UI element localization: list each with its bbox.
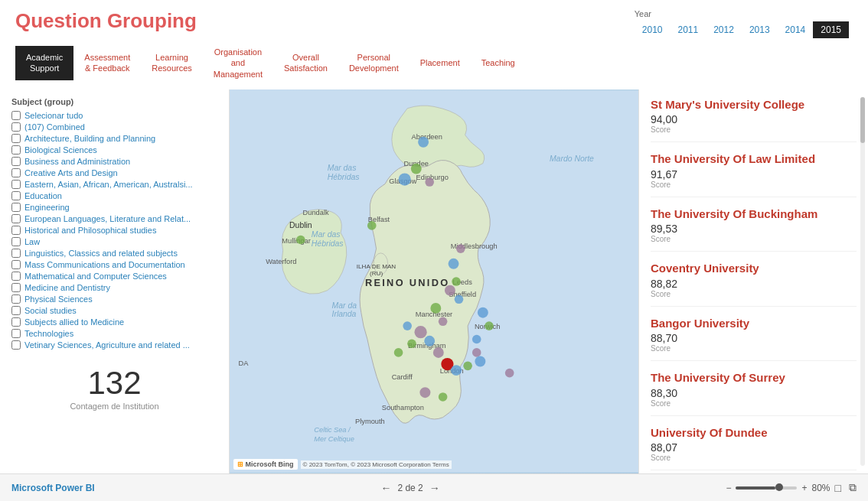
tab-academic-support[interactable]: Academic Support: [15, 46, 73, 80]
university-name-0[interactable]: St Mary's University College: [651, 97, 857, 112]
sidebar-checkbox-item-14[interactable]: Mathematical and Computer Sciences: [11, 272, 217, 281]
university-name-5[interactable]: The University Of Surrey: [651, 370, 857, 386]
checkbox-18[interactable]: [11, 317, 21, 327]
university-name-4[interactable]: Bangor University: [651, 316, 857, 331]
sidebar-checkbox-item-4[interactable]: Business and Administration: [11, 157, 217, 166]
checkbox-12[interactable]: [11, 249, 21, 258]
checkbox-2[interactable]: [11, 134, 21, 143]
tab-learning-resources[interactable]: Learning Resources: [141, 46, 203, 80]
zoom-minus-icon[interactable]: −: [726, 483, 731, 493]
zoom-handle[interactable]: [775, 483, 783, 491]
checkbox-label-16: Physical Sciences: [24, 294, 93, 304]
svg-text:Southampton: Southampton: [382, 404, 424, 412]
sidebar-checkbox-item-18[interactable]: Subjects allied to Medicine: [11, 317, 217, 327]
checkbox-5[interactable]: [11, 168, 21, 177]
university-name-2[interactable]: The University Of Buckingham: [651, 207, 857, 222]
svg-point-45: [439, 317, 448, 326]
checkbox-8[interactable]: [11, 203, 21, 212]
fullscreen-icon[interactable]: ⧉: [849, 481, 857, 494]
sidebar-checkbox-item-13[interactable]: Mass Communications and Documentation: [11, 260, 217, 269]
fit-screen-icon[interactable]: □: [835, 482, 841, 494]
scrollbar-track[interactable]: [860, 97, 865, 466]
year-btn-2014[interactable]: 2014: [778, 21, 814, 38]
sidebar-checkbox-item-17[interactable]: Social studies: [11, 306, 217, 315]
university-item-4: Bangor University88,70Score: [651, 316, 857, 362]
svg-text:Mar das: Mar das: [328, 164, 357, 172]
sidebar-checkbox-item-9[interactable]: European Languages, Literature and Relat…: [11, 214, 217, 223]
year-btn-2012[interactable]: 2012: [706, 21, 742, 38]
university-score-2: 89,53: [651, 223, 857, 235]
checkbox-3[interactable]: [11, 145, 21, 155]
checkbox-6[interactable]: [11, 180, 21, 189]
year-btn-2013[interactable]: 2013: [742, 21, 778, 38]
tab-personal-development[interactable]: Personal Development: [338, 46, 410, 80]
year-buttons: 2010 2011 2012 2013 2014 2015: [635, 21, 849, 38]
checkbox-label-10: Historical and Philosophical studies: [24, 226, 156, 235]
checkbox-0[interactable]: [11, 111, 21, 120]
sidebar-checkbox-item-1[interactable]: (107) Combined: [11, 122, 217, 132]
sidebar-checkbox-item-8[interactable]: Engineering: [11, 203, 217, 212]
university-name-3[interactable]: Coventry University: [651, 261, 857, 276]
checkbox-7[interactable]: [11, 191, 21, 200]
university-name-1[interactable]: The University Of Law Limited: [651, 151, 857, 167]
powerbi-link[interactable]: Microsoft Power BI: [11, 483, 95, 493]
scrollbar-thumb[interactable]: [860, 97, 865, 143]
sidebar-checkbox-item-7[interactable]: Education: [11, 191, 217, 200]
sidebar-checkbox-item-15[interactable]: Medicine and Dentistry: [11, 283, 217, 292]
sidebar-checkbox-item-16[interactable]: Physical Sciences: [11, 294, 217, 304]
svg-point-54: [463, 361, 472, 370]
checkbox-label-19: Technologies: [24, 329, 73, 338]
zoom-plus-icon[interactable]: +: [801, 483, 807, 493]
checkbox-10[interactable]: [11, 226, 21, 235]
university-name-6[interactable]: University Of Dundee: [651, 425, 857, 441]
year-btn-2011[interactable]: 2011: [670, 21, 706, 38]
institution-count: 132: [11, 365, 217, 402]
sidebar-checkbox-item-19[interactable]: Technologies: [11, 329, 217, 338]
map-area[interactable]: REINO UNIDO Dublin Dundalk Mullingar Wat…: [230, 89, 638, 473]
sidebar-checkbox-item-0[interactable]: Selecionar tudo: [11, 111, 217, 120]
header: Question Grouping Academic Support Asses…: [0, 0, 868, 89]
svg-point-59: [296, 236, 305, 245]
checkbox-label-9: European Languages, Literature and Relat…: [24, 214, 191, 223]
prev-page-button[interactable]: ←: [380, 482, 391, 494]
tab-assessment-feedback[interactable]: Assessment & Feedback: [73, 46, 141, 80]
checkbox-13[interactable]: [11, 260, 21, 269]
zoom-bar[interactable]: [736, 486, 797, 490]
sidebar-checkbox-item-3[interactable]: Biological Sciences: [11, 145, 217, 155]
checkbox-20[interactable]: [11, 340, 21, 350]
checkbox-19[interactable]: [11, 329, 21, 338]
sidebar-checkbox-item-20[interactable]: Vetinary Sciences, Agriculture and relat…: [11, 340, 217, 350]
checkbox-label-7: Education: [24, 191, 62, 200]
sidebar-checkbox-item-5[interactable]: Creative Arts and Design: [11, 168, 217, 177]
sidebar-checkbox-item-10[interactable]: Historical and Philosophical studies: [11, 226, 217, 235]
tab-overall-satisfaction[interactable]: Overall Satisfaction: [273, 46, 338, 80]
next-page-button[interactable]: →: [429, 482, 440, 494]
university-score-5: 88,30: [651, 387, 857, 399]
tab-organisation-management[interactable]: Organisation and Management: [203, 41, 273, 86]
sidebar-checkbox-item-11[interactable]: Law: [11, 237, 217, 246]
page-title: Question Grouping: [15, 9, 635, 33]
svg-point-61: [472, 335, 481, 344]
tab-teaching[interactable]: Teaching: [471, 51, 526, 74]
checkbox-11[interactable]: [11, 237, 21, 246]
pagination: ← 2 de 2 →: [380, 482, 439, 494]
checkbox-label-13: Mass Communications and Documentation: [24, 260, 185, 269]
tab-placement[interactable]: Placement: [410, 51, 471, 74]
sidebar-checkbox-item-6[interactable]: Eastern, Asian, African, American, Austr…: [11, 180, 217, 189]
checkbox-17[interactable]: [11, 306, 21, 315]
year-btn-2010[interactable]: 2010: [635, 21, 671, 38]
sidebar-checkbox-item-2[interactable]: Architecture, Building and Planning: [11, 134, 217, 143]
checkbox-4[interactable]: [11, 157, 21, 166]
checkbox-9[interactable]: [11, 214, 21, 223]
checkbox-16[interactable]: [11, 294, 21, 304]
svg-text:Cardiff: Cardiff: [392, 373, 413, 381]
svg-text:Plymouth: Plymouth: [355, 418, 385, 425]
svg-text:REINO UNIDO: REINO UNIDO: [365, 277, 450, 288]
sidebar-checkbox-item-12[interactable]: Linguistics, Classics and related subjec…: [11, 249, 217, 258]
checkbox-15[interactable]: [11, 283, 21, 292]
year-btn-2015[interactable]: 2015: [813, 21, 849, 38]
zoom-value: 80%: [812, 483, 830, 493]
checkbox-14[interactable]: [11, 272, 21, 281]
svg-point-46: [478, 307, 488, 318]
checkbox-1[interactable]: [11, 122, 21, 132]
